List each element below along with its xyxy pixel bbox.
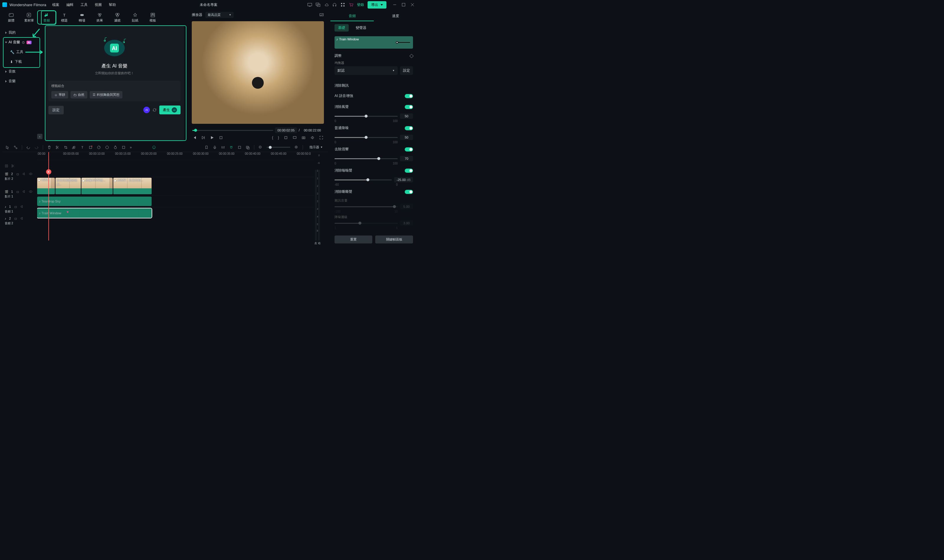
crop-icon[interactable] bbox=[284, 135, 288, 140]
collapse-sidebar-button[interactable]: ‹ bbox=[37, 134, 42, 139]
eye-icon[interactable] bbox=[29, 172, 32, 176]
text-icon[interactable]: T bbox=[80, 145, 84, 149]
keyframe-panel-button[interactable]: 關鍵幀面板 bbox=[375, 235, 413, 243]
clip-a2[interactable]: ♪ Train Window♥ bbox=[37, 208, 152, 218]
mute-icon[interactable] bbox=[22, 172, 26, 176]
lock-icon[interactable] bbox=[14, 205, 17, 208]
menu-file[interactable]: 檔案 bbox=[52, 2, 59, 8]
pointer-icon[interactable] bbox=[5, 145, 9, 149]
dereverb-toggle[interactable] bbox=[405, 148, 413, 151]
gallery-icon[interactable] bbox=[316, 2, 320, 7]
layers-icon[interactable] bbox=[246, 145, 250, 149]
music-icon[interactable] bbox=[72, 145, 76, 149]
tab-effects[interactable]: 效果 bbox=[91, 11, 109, 24]
timer-icon[interactable] bbox=[113, 145, 117, 149]
wind-noise-slider[interactable] bbox=[335, 116, 398, 117]
seek-bar[interactable] bbox=[192, 130, 273, 131]
menu-help[interactable]: 幫助 bbox=[109, 2, 116, 8]
indicator-button[interactable]: 指示器▼ bbox=[307, 144, 325, 150]
eye-icon[interactable] bbox=[29, 190, 32, 193]
marker-icon[interactable] bbox=[204, 145, 208, 149]
dereverb-slider[interactable] bbox=[335, 158, 398, 159]
clip-waveform[interactable]: ♪Train Window bbox=[335, 36, 413, 49]
noise-vol-slider[interactable] bbox=[335, 206, 398, 207]
clip-a1[interactable]: ♪ Teardrop Sky bbox=[37, 197, 152, 206]
tab-speed-props[interactable]: 速度 bbox=[374, 11, 417, 21]
mute-icon[interactable] bbox=[20, 205, 24, 208]
snapshot-icon[interactable] bbox=[319, 12, 324, 17]
menu-tools[interactable]: 工具 bbox=[80, 2, 88, 8]
reset-button[interactable]: 重置 bbox=[335, 235, 372, 243]
mixer-icon[interactable] bbox=[221, 145, 225, 149]
lock-icon[interactable] bbox=[16, 190, 20, 193]
cloud-icon[interactable] bbox=[324, 2, 329, 7]
camera-icon[interactable] bbox=[301, 135, 305, 140]
clip-v1d[interactable]: ▶ASMR，自主性知... bbox=[113, 178, 152, 194]
clip-v1b[interactable]: 自主性知覺経絡反.. bbox=[56, 178, 81, 194]
hum-toggle[interactable] bbox=[405, 169, 413, 173]
prev-frame-icon[interactable] bbox=[192, 135, 196, 140]
delete-icon[interactable] bbox=[47, 145, 51, 149]
hiss-toggle[interactable] bbox=[405, 190, 413, 194]
mic-icon[interactable] bbox=[213, 145, 217, 149]
tab-templates[interactable]: 模板 bbox=[144, 11, 162, 24]
track-header-a2[interactable]: ♪2 音頻 2 bbox=[2, 215, 37, 227]
tab-transitions[interactable]: 轉場 bbox=[73, 11, 91, 24]
timeline-tracks-area[interactable]: :00:00 00:00:05:00 00:00:10:00 00:00:15:… bbox=[37, 152, 314, 246]
track-header-a1[interactable]: ♪1 音頻 1 bbox=[2, 203, 37, 215]
eq-select[interactable]: 默認▼ bbox=[335, 66, 398, 75]
lock-icon[interactable] bbox=[238, 145, 242, 149]
close-icon[interactable] bbox=[410, 2, 415, 7]
subtab-voice-changer[interactable]: 變聲器 bbox=[352, 24, 370, 32]
volume-icon[interactable] bbox=[310, 135, 315, 140]
more-icon[interactable]: » bbox=[130, 145, 132, 149]
zoom-in-icon[interactable] bbox=[295, 145, 299, 149]
sidebar-item-soundfx[interactable]: 音效 bbox=[2, 67, 45, 76]
wind-noise-toggle[interactable] bbox=[405, 105, 413, 109]
export-button[interactable]: 導出 bbox=[367, 1, 386, 9]
face-icon[interactable] bbox=[152, 145, 156, 149]
mute-icon[interactable] bbox=[22, 190, 26, 193]
display-icon[interactable] bbox=[293, 135, 297, 140]
record-icon[interactable] bbox=[88, 145, 93, 149]
track-header-v2[interactable]: 🎬2 影片 2 bbox=[2, 168, 37, 185]
tab-titles[interactable]: T標題 bbox=[56, 11, 73, 24]
maximize-icon[interactable] bbox=[401, 2, 406, 7]
track-cut-icon[interactable] bbox=[11, 164, 15, 168]
color-icon[interactable] bbox=[105, 145, 109, 149]
timeline-ruler[interactable]: :00:00 00:00:05:00 00:00:10:00 00:00:15:… bbox=[37, 152, 314, 160]
add-track-icon[interactable] bbox=[5, 164, 8, 168]
headphones-icon[interactable] bbox=[332, 2, 337, 7]
grid-icon[interactable] bbox=[341, 2, 345, 7]
marker-out-icon[interactable]: } bbox=[278, 135, 279, 140]
step-back-icon[interactable] bbox=[201, 135, 205, 140]
fullscreen-icon[interactable] bbox=[319, 135, 323, 140]
normal-denoise-toggle[interactable] bbox=[405, 126, 413, 130]
tab-filters[interactable]: 濾鏡 bbox=[109, 11, 126, 24]
hum-slider[interactable] bbox=[335, 180, 392, 180]
quality-select[interactable]: 最高品質▼ bbox=[205, 12, 234, 18]
tab-media[interactable]: 媒體 bbox=[2, 11, 20, 24]
waveform-marker[interactable] bbox=[396, 41, 398, 44]
zoom-slider[interactable] bbox=[267, 147, 290, 148]
sidebar-item-music[interactable]: 音樂 bbox=[2, 76, 45, 86]
reduce-level-slider[interactable] bbox=[335, 223, 398, 224]
stop-icon[interactable] bbox=[219, 135, 223, 140]
undo-icon[interactable] bbox=[26, 145, 30, 149]
preview-viewport[interactable] bbox=[192, 21, 324, 124]
play-icon[interactable] bbox=[210, 135, 214, 140]
track-header-v1[interactable]: 🎬1 影片 1 bbox=[2, 185, 37, 203]
tab-stock[interactable]: 素材庫 bbox=[20, 11, 38, 24]
subtab-basic[interactable]: 基礎 bbox=[335, 24, 349, 32]
redo-icon[interactable] bbox=[34, 145, 39, 149]
ai-voice-enhance-toggle[interactable] bbox=[405, 94, 413, 98]
playhead[interactable] bbox=[48, 152, 49, 240]
expand-icon[interactable] bbox=[122, 145, 126, 149]
clip-v1a[interactable]: ▶ASM... bbox=[37, 178, 55, 194]
zoom-out-icon[interactable] bbox=[258, 145, 262, 149]
sidebar-item-mine[interactable]: 我的 bbox=[2, 28, 45, 37]
eq-settings-button[interactable]: 設定 bbox=[400, 66, 413, 75]
cart-icon[interactable] bbox=[349, 2, 353, 7]
crop-icon[interactable] bbox=[64, 145, 68, 149]
minimize-icon[interactable] bbox=[392, 2, 397, 7]
